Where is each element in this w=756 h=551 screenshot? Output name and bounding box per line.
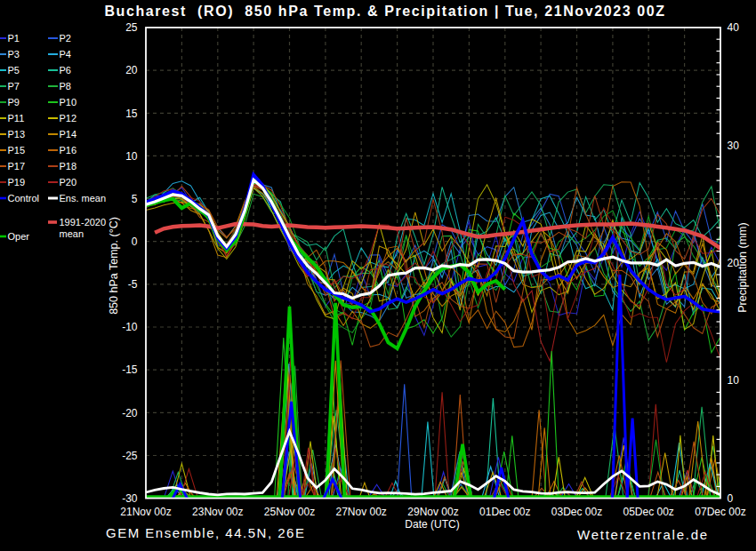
svg-text:5: 5 xyxy=(132,193,138,205)
svg-text:-25: -25 xyxy=(122,450,138,462)
svg-text:0: 0 xyxy=(132,236,138,248)
svg-text:P5: P5 xyxy=(8,65,20,76)
svg-text:25: 25 xyxy=(125,21,138,34)
svg-text:P1: P1 xyxy=(8,33,20,44)
svg-text:P14: P14 xyxy=(60,129,77,140)
svg-text:30: 30 xyxy=(728,140,740,152)
svg-text:01Dec 00z: 01Dec 00z xyxy=(479,506,530,518)
svg-text:21Nov 00z: 21Nov 00z xyxy=(120,506,171,518)
svg-text:-5: -5 xyxy=(128,278,138,291)
svg-text:03Dec 00z: 03Dec 00z xyxy=(551,506,602,518)
svg-text:P8: P8 xyxy=(60,81,71,92)
svg-text:Bucharest (RO) 850 hPa Temp.: Bucharest (RO) 850 hPa Temp. & Precipita… xyxy=(104,4,665,19)
svg-text:P20: P20 xyxy=(60,177,77,188)
svg-text:Oper: Oper xyxy=(8,231,30,242)
svg-text:mean: mean xyxy=(60,228,84,239)
svg-text:Wetterzentrale.de: Wetterzentrale.de xyxy=(577,527,709,542)
svg-text:P17: P17 xyxy=(8,161,26,172)
svg-text:05Dec 00z: 05Dec 00z xyxy=(623,506,674,518)
svg-text:P18: P18 xyxy=(60,161,77,172)
svg-text:-10: -10 xyxy=(122,321,138,333)
svg-text:P19: P19 xyxy=(8,177,26,188)
svg-text:1991-2020: 1991-2020 xyxy=(60,217,107,228)
svg-text:P4: P4 xyxy=(60,49,71,60)
svg-text:P15: P15 xyxy=(8,145,26,156)
svg-text:-30: -30 xyxy=(122,492,138,505)
svg-text:40: 40 xyxy=(728,21,740,34)
svg-text:10: 10 xyxy=(125,150,138,163)
svg-text:P16: P16 xyxy=(60,145,77,156)
svg-text:P10: P10 xyxy=(60,97,77,108)
svg-text:29Nov 00z: 29Nov 00z xyxy=(407,506,458,518)
svg-text:-15: -15 xyxy=(122,363,138,376)
svg-text:Ens. mean: Ens. mean xyxy=(60,193,107,204)
svg-text:0: 0 xyxy=(728,492,734,505)
svg-text:P7: P7 xyxy=(8,81,20,92)
svg-text:P6: P6 xyxy=(60,65,71,76)
svg-text:P2: P2 xyxy=(60,33,71,44)
svg-text:850 hPa Temp. (°C): 850 hPa Temp. (°C) xyxy=(108,217,120,315)
svg-text:GEM Ensemble, 44.5N, 26E: GEM Ensemble, 44.5N, 26E xyxy=(106,525,305,540)
svg-text:25Nov 00z: 25Nov 00z xyxy=(264,506,315,518)
svg-text:Date (UTC): Date (UTC) xyxy=(405,518,459,531)
svg-text:P11: P11 xyxy=(8,113,25,124)
svg-text:P13: P13 xyxy=(8,129,26,140)
svg-text:27Nov 00z: 27Nov 00z xyxy=(336,506,387,518)
svg-text:Precipitation (mm): Precipitation (mm) xyxy=(736,222,749,312)
svg-text:P12: P12 xyxy=(60,113,77,124)
svg-text:P3: P3 xyxy=(8,49,20,60)
svg-text:10: 10 xyxy=(728,374,740,387)
svg-text:Control: Control xyxy=(8,193,39,204)
svg-text:20: 20 xyxy=(125,64,138,76)
svg-text:23Nov 00z: 23Nov 00z xyxy=(192,506,243,518)
svg-text:-20: -20 xyxy=(122,407,138,419)
svg-text:15: 15 xyxy=(125,108,138,120)
svg-text:07Dec 00z: 07Dec 00z xyxy=(695,506,745,518)
svg-text:P9: P9 xyxy=(8,97,20,108)
